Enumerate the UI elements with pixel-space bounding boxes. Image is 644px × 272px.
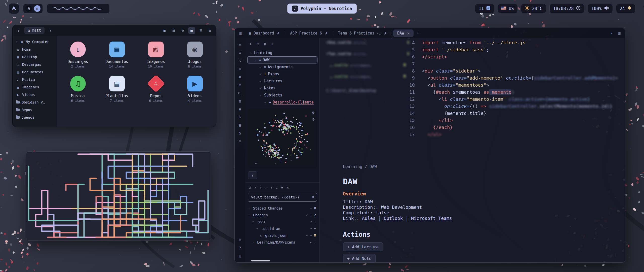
- ribbon-search-icon[interactable]: ⊙: [237, 50, 243, 55]
- git-branch-button[interactable]: Y: [248, 171, 257, 179]
- ribbon-settings-icon[interactable]: ⚙: [237, 254, 243, 259]
- ribbon-user-icon[interactable]: ☺: [237, 238, 243, 243]
- note-link-aules[interactable]: Aules: [362, 216, 376, 221]
- media-widget[interactable]: ♪ Polyphia - Neurotica: [287, 4, 357, 14]
- graph-filter-icon[interactable]: ◎: [312, 117, 314, 121]
- sidebar-item-documentos[interactable]: ▤Documentos: [14, 68, 55, 76]
- breadcrumb-part[interactable]: Learning: [343, 164, 362, 169]
- folder-plantillas[interactable]: ▤Plantillas7 items: [98, 76, 136, 103]
- sidebar-item-obsidian-v[interactable]: Obsidian V…: [14, 98, 55, 106]
- git-row-root[interactable]: ▾root↶+: [248, 218, 317, 225]
- folder-descargas[interactable]: ↓Descargas2 items: [59, 42, 97, 68]
- search-button[interactable]: ⊙: [179, 27, 186, 34]
- tab-dashboard[interactable]: ▦Dashboard: [245, 29, 284, 37]
- discard-icon[interactable]: ↶: [310, 240, 312, 244]
- ribbon-pulse-icon[interactable]: ∿: [237, 58, 243, 63]
- note-link-outlook[interactable]: Outlook: [384, 216, 403, 221]
- close-tab-icon[interactable]: ×: [407, 31, 410, 36]
- git-scrollbar[interactable]: [251, 260, 270, 261]
- ribbon-book-icon[interactable]: ▥: [237, 99, 243, 104]
- menu-button[interactable]: ≡: [206, 27, 213, 34]
- note-breadcrumb[interactable]: Learning / DAW: [343, 164, 377, 169]
- sidebar-item-desktop[interactable]: ▦Desktop: [14, 53, 55, 61]
- git-refresh-icon[interactable]: ↻: [287, 186, 289, 190]
- tree-item-lectures[interactable]: ▸Lectures: [247, 78, 317, 85]
- swirl-app-button[interactable]: @: [25, 5, 32, 12]
- tree-item-assignments[interactable]: ▸▤Assignments: [247, 63, 317, 71]
- sidebar-item-juegos[interactable]: Juegos: [14, 114, 55, 121]
- tab-list-dropdown-icon[interactable]: ▾: [609, 30, 615, 37]
- tree-item-desarrollo-cliente[interactable]: ▸◆Desarrollo-Cliente: [247, 99, 317, 106]
- sidebar-item-repos[interactable]: Repos: [14, 106, 55, 114]
- sidebar-item-musica[interactable]: ♪Musica: [14, 76, 55, 83]
- stage-icon[interactable]: +: [314, 240, 316, 244]
- sidebar-item-my-computer[interactable]: ▾▤My Computer: [14, 38, 55, 46]
- pipes-terminal-window[interactable]: [26, 151, 211, 241]
- tab-tema-6-pr-cticas[interactable]: Tema 6 Prácticas -…: [334, 29, 391, 37]
- folder-repos[interactable]: ∴Repos6 items: [137, 76, 175, 103]
- git-commit-icon[interactable]: ✓: [254, 186, 256, 190]
- toggle-right-sidebar-icon[interactable]: ▥: [616, 30, 623, 37]
- git-pull-icon[interactable]: ↧: [276, 186, 278, 190]
- git-stage-all-icon[interactable]: +: [260, 186, 262, 190]
- ribbon-home-icon[interactable]: ⌂: [237, 42, 243, 47]
- new-folder-icon[interactable]: ⊞: [257, 42, 259, 46]
- stage-icon[interactable]: +: [314, 220, 316, 224]
- volume-module[interactable]: 100%: [588, 4, 613, 13]
- note-link-microsoft-teams[interactable]: Microsoft Teams: [411, 216, 452, 221]
- ribbon-calendar-icon[interactable]: ▤: [237, 83, 243, 87]
- updates-module[interactable]: 11: [475, 4, 494, 13]
- folder-juegos[interactable]: ◉Juegos8 items: [176, 42, 214, 68]
- folder-videos[interactable]: ▶Videos4 items: [176, 76, 214, 103]
- tree-item-learning[interactable]: ▾Learning: [247, 49, 317, 56]
- ribbon-grid-icon[interactable]: ▦: [237, 75, 243, 79]
- commit-message-input[interactable]: [251, 195, 310, 199]
- unstage-icon[interactable]: −: [310, 206, 312, 210]
- tree-item-subjects[interactable]: ▾Subjects: [247, 92, 317, 99]
- sort-icon[interactable]: ⇅: [264, 42, 266, 46]
- collapse-all-icon[interactable]: ⇊: [271, 42, 273, 46]
- folder-imagenes[interactable]: ▨Imagenes10 items: [137, 42, 175, 68]
- ribbon-help-icon[interactable]: ?: [237, 246, 243, 251]
- folder-musica[interactable]: ♫Musica6 items: [59, 76, 97, 103]
- stage-icon[interactable]: +: [314, 227, 316, 230]
- folder-documentos[interactable]: ▤Documentos14 items: [98, 42, 136, 68]
- keyboard-layout-module[interactable]: US: [498, 4, 517, 13]
- new-note-icon[interactable]: +: [249, 42, 252, 46]
- git-list-icon[interactable]: ≣: [281, 186, 283, 190]
- back-button[interactable]: ‹: [15, 27, 22, 34]
- forward-button[interactable]: ›: [47, 27, 54, 34]
- discard-icon[interactable]: ↶: [310, 220, 312, 224]
- git-backup-icon[interactable]: ⊕: [249, 186, 251, 190]
- sidebar-item-imagenes[interactable]: ▨Imagenes: [14, 83, 55, 91]
- launcher-button[interactable]: [9, 3, 19, 14]
- tree-item-daw[interactable]: ▾◆DAW: [247, 56, 317, 63]
- tree-item-exams[interactable]: ▸!Exams: [247, 71, 317, 78]
- list-view-button[interactable]: ≣: [197, 27, 204, 34]
- ribbon-dice-icon[interactable]: ⚄: [237, 66, 243, 71]
- tab-daw[interactable]: DAW×: [393, 29, 414, 37]
- git-row-graph-json[interactable]: □graph.json↶+M: [248, 232, 317, 239]
- grid-view-button[interactable]: ▦: [188, 27, 195, 34]
- stage-icon[interactable]: +: [310, 213, 312, 217]
- discard-icon[interactable]: ↶: [310, 227, 312, 230]
- new-folder-button[interactable]: ⊞: [170, 27, 177, 34]
- breadcrumb-part[interactable]: DAW: [370, 164, 377, 169]
- ribbon-dollar-icon[interactable]: $: [237, 131, 243, 136]
- breadcrumb[interactable]: ⌂ matt: [24, 27, 45, 34]
- ribbon-camera-icon[interactable]: ▣: [237, 123, 243, 128]
- toggle-left-sidebar-icon[interactable]: ▥: [237, 30, 244, 37]
- new-tab-button[interactable]: +: [415, 30, 421, 37]
- ribbon-percent-icon[interactable]: %: [237, 115, 243, 120]
- workspace-indicator[interactable]: [47, 4, 110, 13]
- discard-icon[interactable]: ↶: [306, 213, 308, 217]
- tree-item-notes[interactable]: ▸Notes: [247, 85, 317, 92]
- add-note-button[interactable]: + Add Note: [343, 254, 376, 262]
- git-row-staged-changes[interactable]: ▾Staged Changes−0: [248, 205, 317, 212]
- ribbon-close-icon[interactable]: ×: [237, 139, 243, 144]
- media-view-button[interactable]: ▣: [161, 27, 168, 34]
- git-push-icon[interactable]: ↥: [270, 186, 272, 190]
- graph-settings-gear-icon[interactable]: ⚙: [312, 110, 314, 115]
- add-lecture-button[interactable]: + Add Lecture: [343, 242, 383, 251]
- ribbon-pin-icon[interactable]: ◉: [237, 107, 243, 112]
